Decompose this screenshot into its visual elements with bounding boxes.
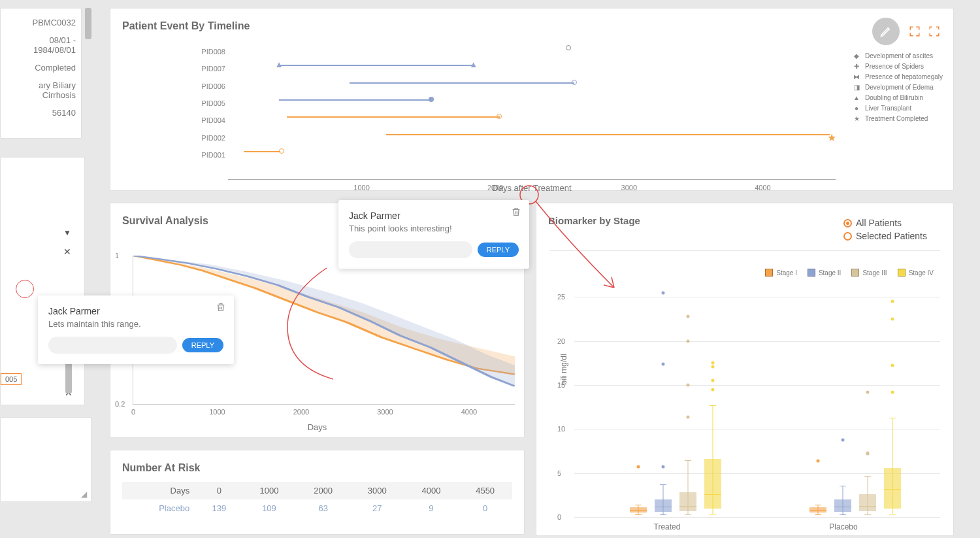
legend-label: Liver Transplant xyxy=(865,105,911,112)
selected-badge[interactable]: 005 xyxy=(1,373,22,385)
cell: 9 xyxy=(404,499,459,517)
outlier-point xyxy=(687,384,690,387)
swatch-icon xyxy=(898,269,906,277)
resize-handle-icon[interactable]: ◢ xyxy=(81,490,87,499)
outlier-point xyxy=(891,318,894,321)
radio-option[interactable]: Selected Patients xyxy=(843,231,927,241)
timeline-card: Patient Event By Timeline PID008 PID007 … xyxy=(110,8,954,191)
outlier-point xyxy=(891,390,894,394)
cell: 109 xyxy=(242,499,297,517)
reply-input[interactable] xyxy=(48,337,177,354)
col-header: 2000 xyxy=(296,482,350,499)
risk-card: Number At Risk Days 0 1000 2000 3000 400… xyxy=(110,450,525,535)
focus-button[interactable] xyxy=(928,25,940,37)
radio-dot-icon xyxy=(843,232,852,241)
y-tick: PID001 xyxy=(194,151,225,159)
y-tick: 0.2 xyxy=(115,400,125,408)
box-whisker xyxy=(809,288,826,516)
y-axis-title: bili mg/dl xyxy=(559,354,568,384)
comment-popover: Jack Parmer Lets maintain this range. RE… xyxy=(38,295,234,364)
col-header: 0 xyxy=(196,482,242,499)
radio-option[interactable]: All Patients xyxy=(843,218,927,228)
y-tick: 0 xyxy=(557,513,561,521)
card-title: Number At Risk xyxy=(122,462,512,474)
swatch-icon xyxy=(765,269,773,277)
outlier-point xyxy=(817,459,820,462)
delete-comment-button[interactable] xyxy=(511,207,521,220)
legend-label: Development of ascites xyxy=(865,52,933,59)
box-whisker xyxy=(679,288,696,516)
y-tick: 1 xyxy=(115,252,119,260)
outlier-point xyxy=(711,361,715,365)
annotation-anchor[interactable] xyxy=(16,280,34,298)
reply-input[interactable] xyxy=(349,241,472,258)
outlier-point xyxy=(662,291,665,294)
y-tick: 5 xyxy=(557,469,561,477)
comment-text: Lets maintain this range. xyxy=(48,319,223,329)
legend-label: Treatment Completed xyxy=(865,115,928,122)
y-tick: PID005 xyxy=(194,99,225,107)
timeline-legend: ◆Development of ascites ✚Presence of Spi… xyxy=(853,49,943,126)
dropdown-caret[interactable]: ▼ xyxy=(1,223,84,243)
timeline-line xyxy=(386,134,830,135)
box-whisker xyxy=(859,288,876,516)
legend-label: Doubling of Bilirubin xyxy=(865,94,923,101)
timeline-line xyxy=(287,116,500,118)
x-group-label: Placebo xyxy=(829,522,857,531)
study-info-row: ary Biliary Cirrhosis xyxy=(5,76,77,104)
y-tick: PID002 xyxy=(194,134,225,142)
study-info-card: PBMC0032 08/01 - 1984/08/01 Completed ar… xyxy=(0,8,82,139)
marker-circle xyxy=(497,114,502,119)
x-tick: 0 xyxy=(131,408,135,416)
biomarker-plot[interactable]: 0510152025 xyxy=(574,288,940,516)
x-tick: 4000 xyxy=(461,408,477,416)
close-icon[interactable]: ✕ xyxy=(1,243,84,261)
outlier-point xyxy=(711,365,715,368)
marker-dot xyxy=(429,97,434,102)
reply-button[interactable]: REPLY xyxy=(182,338,223,352)
marker-circle xyxy=(572,80,577,85)
filter-card: ▼ ✕ 005 ✕ xyxy=(0,157,85,405)
patient-filter-radio: All Patients Selected Patients xyxy=(843,215,927,244)
x-tick: 3000 xyxy=(377,408,393,416)
delete-comment-button[interactable] xyxy=(216,302,226,315)
legend-label: Stage I xyxy=(776,269,797,277)
timeline-line xyxy=(279,99,431,101)
legend-label: Stage II xyxy=(819,269,841,277)
annotation-arrow xyxy=(516,183,627,301)
fullscreen-button[interactable] xyxy=(909,25,921,37)
risk-table: Days 0 1000 2000 3000 4000 4550 Placebo … xyxy=(122,482,512,517)
trash-icon xyxy=(216,302,226,312)
outlier-point xyxy=(866,451,870,454)
y-tick: 20 xyxy=(557,337,565,345)
comment-author: Jack Parmer xyxy=(349,210,519,221)
study-info-row: 08/01 - 1984/08/01 xyxy=(5,31,77,59)
legend-label: Presence of Spiders xyxy=(865,63,924,70)
marker-circle xyxy=(279,148,284,154)
col-header: 4000 xyxy=(404,482,459,499)
scrollbar-thumb[interactable] xyxy=(85,8,91,39)
crop-icon xyxy=(928,25,940,37)
annotation-bracket xyxy=(281,261,346,392)
table-header: Days 0 1000 2000 3000 4000 4550 xyxy=(122,482,512,499)
comment-text: This point looks interesting! xyxy=(349,224,519,233)
edit-button[interactable] xyxy=(872,18,900,45)
cell: 27 xyxy=(350,499,404,517)
timeline-line xyxy=(244,151,280,152)
x-group-label: Treated xyxy=(654,522,681,531)
pencil-icon xyxy=(879,25,892,38)
x-axis-title: Days xyxy=(308,422,327,432)
y-tick: PID004 xyxy=(194,116,225,124)
box-whisker xyxy=(834,288,851,516)
cell: 139 xyxy=(196,499,242,517)
legend-label: Stage IV xyxy=(909,269,934,277)
y-tick: 10 xyxy=(557,425,565,433)
outlier-point xyxy=(866,390,870,394)
reply-button[interactable]: REPLY xyxy=(478,243,519,257)
expand-icon xyxy=(909,25,921,37)
x-tick: 2000 xyxy=(293,408,309,416)
trash-icon xyxy=(511,207,521,217)
timeline-plot[interactable]: PID008 PID007 PID006 PID005 PID004 PID00… xyxy=(228,48,836,171)
legend-label: Development of Edema xyxy=(865,84,934,91)
outlier-point xyxy=(687,415,690,418)
